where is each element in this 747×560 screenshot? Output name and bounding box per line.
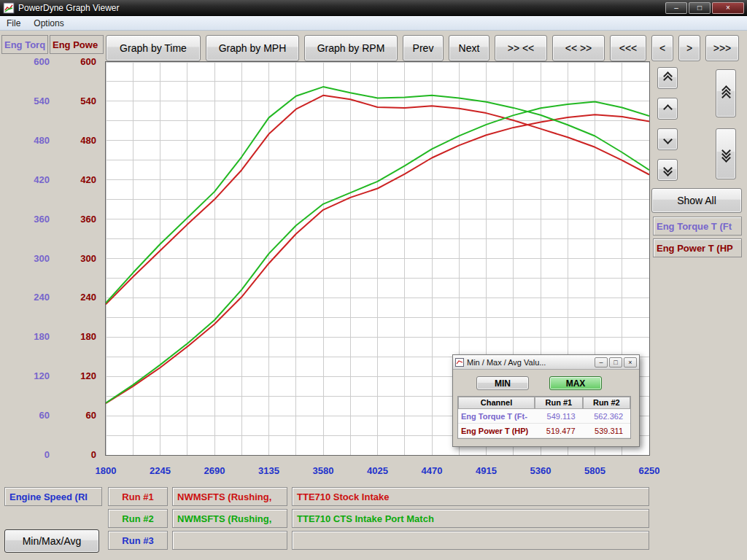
scroll-right-button[interactable]: > bbox=[678, 35, 700, 61]
window-title: PowerDyne Graph Viewer bbox=[18, 3, 664, 13]
table-row-torque: Eng Torque T (Ft- 549.113 562.362 bbox=[458, 409, 630, 424]
torque-max-run1: 549.113 bbox=[535, 412, 582, 421]
minimize-button[interactable]: – bbox=[665, 2, 687, 14]
power-axis-tick-label: 240 bbox=[67, 292, 96, 303]
menu-file[interactable]: File bbox=[0, 16, 27, 31]
graph-by-time-button[interactable]: Graph by Time bbox=[106, 35, 201, 61]
power-axis-tick-label: 300 bbox=[67, 253, 96, 264]
run3-label[interactable]: Run #3 bbox=[108, 531, 168, 550]
torque-axis-tick-label: 120 bbox=[20, 370, 50, 381]
power-axis-tick-label: 0 bbox=[67, 449, 96, 460]
torque-axis-tick-label: 240 bbox=[20, 292, 50, 303]
title-bar: PowerDyne Graph Viewer – □ × bbox=[0, 0, 747, 16]
run2-source-field[interactable]: NWMSFTS (Rushing, bbox=[172, 509, 287, 528]
torque-axis-tick-label: 600 bbox=[20, 56, 50, 67]
scroll-down-fast-button[interactable] bbox=[657, 159, 678, 181]
power-axis-tick-label: 600 bbox=[67, 56, 96, 67]
run3-description-field[interactable] bbox=[292, 531, 649, 550]
rpm-axis-tick-label: 2690 bbox=[196, 465, 233, 476]
run3-source-field[interactable] bbox=[172, 531, 287, 550]
power-axis-tick-label: 120 bbox=[67, 370, 96, 381]
power-axis-tick-label: 60 bbox=[67, 410, 96, 421]
torque-axis-header[interactable]: Eng Torq bbox=[1, 35, 48, 54]
minmax-avg-button[interactable]: Min/Max/Avg bbox=[4, 529, 99, 553]
run2-label[interactable]: Run #2 bbox=[108, 509, 168, 528]
minmax-table-header: Channel Run #1 Run #2 bbox=[458, 397, 630, 409]
chevron-down-icon bbox=[663, 135, 673, 144]
app-icon bbox=[3, 2, 15, 14]
torque-axis-tick-label: 60 bbox=[20, 410, 50, 421]
show-all-button[interactable]: Show All bbox=[651, 188, 742, 213]
max-toggle-button[interactable]: MAX bbox=[549, 376, 602, 390]
chevron-up-icon bbox=[663, 104, 673, 114]
rpm-axis-tick-label: 5360 bbox=[522, 465, 559, 476]
min-toggle-button[interactable]: MIN bbox=[476, 376, 529, 390]
rpm-axis-tick-label: 4470 bbox=[414, 465, 450, 476]
minmax-title-bar[interactable]: Min / Max / Avg Valu... – □ × bbox=[453, 355, 639, 370]
zoom-out-x-button[interactable]: << >> bbox=[552, 35, 605, 61]
scroll-down-button[interactable] bbox=[657, 128, 678, 150]
close-button[interactable]: × bbox=[712, 2, 744, 14]
scroll-up-button[interactable] bbox=[657, 98, 678, 120]
torque-max-run2: 562.362 bbox=[583, 412, 630, 421]
menu-options[interactable]: Options bbox=[27, 16, 70, 31]
power-axis-tick-label: 360 bbox=[67, 214, 96, 225]
expand-y-up-button[interactable] bbox=[716, 69, 736, 117]
rpm-axis-tick-label: 4025 bbox=[360, 465, 396, 476]
table-row-power: Eng Power T (HP) 519.477 539.311 bbox=[458, 424, 630, 438]
column-header-run1[interactable]: Run #1 bbox=[535, 397, 582, 409]
torque-axis-tick-label: 0 bbox=[20, 449, 50, 460]
minmax-table: Channel Run #1 Run #2 Eng Torque T (Ft- … bbox=[457, 396, 631, 439]
expand-y-down-button[interactable] bbox=[716, 128, 736, 179]
torque-axis-tick-label: 300 bbox=[20, 253, 50, 264]
rpm-axis-tick-label: 4915 bbox=[468, 465, 505, 476]
torque-axis-tick-label: 420 bbox=[20, 174, 50, 185]
menu-bar: File Options bbox=[0, 16, 747, 31]
channel-name: Eng Torque T (Ft- bbox=[458, 412, 535, 421]
torque-axis-tick-label: 480 bbox=[20, 135, 50, 146]
minmax-window-icon bbox=[455, 358, 464, 367]
run1-source-field[interactable]: NWMSFTS (Rushing, bbox=[172, 487, 287, 506]
scroll-left-button[interactable]: < bbox=[651, 35, 673, 61]
power-axis-tick-label: 180 bbox=[67, 331, 96, 342]
prev-button[interactable]: Prev bbox=[403, 35, 444, 61]
rpm-axis-tick-label: 6250 bbox=[631, 465, 667, 476]
legend-torque-channel[interactable]: Eng Torque T (Ft bbox=[653, 217, 742, 236]
next-button[interactable]: Next bbox=[449, 35, 489, 61]
torque-axis-tick-label: 360 bbox=[20, 214, 50, 225]
torque-axis-tick-label: 180 bbox=[20, 331, 50, 342]
rpm-axis-tick-label: 2245 bbox=[142, 465, 179, 476]
x-axis-channel-field[interactable]: Engine Speed (RI bbox=[4, 487, 102, 506]
power-axis-tick-label: 480 bbox=[67, 135, 96, 146]
run1-description-field[interactable]: TTE710 Stock Intake bbox=[292, 487, 649, 506]
column-header-run2[interactable]: Run #2 bbox=[583, 397, 630, 409]
run2-description-field[interactable]: TTE710 CTS Intake Port Match bbox=[292, 509, 649, 528]
column-header-channel[interactable]: Channel bbox=[458, 397, 535, 409]
power-axis-tick-label: 420 bbox=[67, 174, 96, 185]
power-axis-tick-label: 540 bbox=[67, 96, 96, 106]
legend-power-channel[interactable]: Eng Power T (HP bbox=[653, 238, 742, 257]
graph-by-rpm-button[interactable]: Graph by RPM bbox=[304, 35, 398, 61]
rpm-axis-tick-label: 3580 bbox=[305, 465, 341, 476]
power-max-run1: 519.477 bbox=[535, 427, 582, 435]
minmax-close-button[interactable]: × bbox=[624, 357, 637, 368]
scroll-far-right-button[interactable]: >>> bbox=[705, 35, 739, 61]
minmax-window[interactable]: Min / Max / Avg Valu... – □ × MIN MAX Ch… bbox=[452, 354, 640, 447]
maximize-button[interactable]: □ bbox=[689, 2, 711, 14]
rpm-axis-tick-label: 1800 bbox=[88, 465, 124, 476]
scroll-far-left-button[interactable]: <<< bbox=[610, 35, 646, 61]
channel-name: Eng Power T (HP) bbox=[458, 427, 535, 435]
power-axis-header[interactable]: Eng Powe bbox=[50, 35, 104, 54]
minmax-restore-button[interactable]: □ bbox=[609, 357, 622, 368]
graph-by-mph-button[interactable]: Graph by MPH bbox=[206, 35, 299, 61]
minmax-body: MIN MAX Channel Run #1 Run #2 Eng Torque… bbox=[453, 370, 639, 447]
minmax-minimize-button[interactable]: – bbox=[595, 357, 608, 368]
zoom-in-x-button[interactable]: >> << bbox=[495, 35, 547, 61]
power-max-run2: 539.311 bbox=[583, 427, 630, 435]
torque-axis-tick-label: 540 bbox=[20, 96, 50, 106]
toolbar: Graph by Time Graph by MPH Graph by RPM … bbox=[106, 35, 739, 61]
scroll-up-fast-button[interactable] bbox=[657, 67, 678, 89]
rpm-axis-tick-label: 5805 bbox=[577, 465, 614, 476]
run1-label[interactable]: Run #1 bbox=[108, 487, 168, 506]
minmax-window-title: Min / Max / Avg Valu... bbox=[467, 358, 593, 367]
